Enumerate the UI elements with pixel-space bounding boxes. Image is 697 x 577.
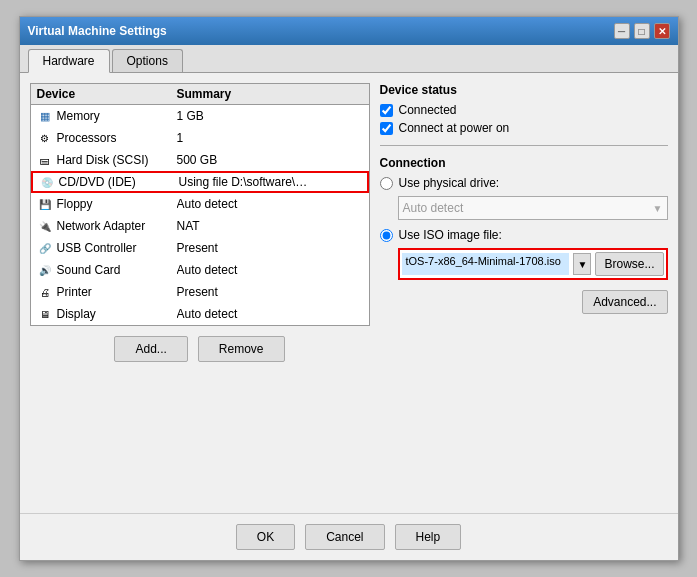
add-remove-bar: Add... Remove (30, 336, 370, 362)
auto-detect-value: Auto detect (403, 201, 464, 215)
physical-drive-row: Use physical drive: (380, 176, 668, 190)
table-header: Device Summary (31, 84, 369, 105)
device-summary: 1 (177, 131, 363, 145)
cd-icon: 💿 (39, 175, 55, 189)
divider-1 (380, 145, 668, 146)
device-name: Processors (57, 131, 177, 145)
table-row[interactable]: 🖥 Display Auto detect (31, 303, 369, 325)
iso-label: Use ISO image file: (399, 228, 502, 242)
connect-power-checkbox[interactable] (380, 122, 393, 135)
physical-drive-label: Use physical drive: (399, 176, 500, 190)
device-summary: Auto detect (177, 307, 363, 321)
memory-icon: ▦ (37, 109, 53, 123)
device-name: Sound Card (57, 263, 177, 277)
iso-dropdown-button[interactable]: ▼ (573, 253, 591, 275)
device-summary: 1 GB (177, 109, 363, 123)
table-row[interactable]: ⚙ Processors 1 (31, 127, 369, 149)
bottom-bar: OK Cancel Help (20, 513, 678, 560)
device-summary: Auto detect (177, 263, 363, 277)
connect-power-row: Connect at power on (380, 121, 668, 135)
network-icon: 🔌 (37, 219, 53, 233)
maximize-button[interactable]: □ (634, 23, 650, 39)
table-row[interactable]: ▦ Memory 1 GB (31, 105, 369, 127)
physical-drive-radio[interactable] (380, 177, 393, 190)
col-device-header: Device (37, 87, 177, 101)
cancel-button[interactable]: Cancel (305, 524, 384, 550)
connected-row: Connected (380, 103, 668, 117)
device-summary: Present (177, 285, 363, 299)
main-window: Virtual Machine Settings ─ □ ✕ Hardware … (19, 16, 679, 561)
connected-label: Connected (399, 103, 457, 117)
device-summary: Using file D:\software\CentOS-7-... (179, 175, 309, 189)
auto-detect-select[interactable]: Auto detect ▼ (398, 196, 668, 220)
device-name: Hard Disk (SCSI) (57, 153, 177, 167)
table-row[interactable]: 🖴 Hard Disk (SCSI) 500 GB (31, 149, 369, 171)
table-row[interactable]: 🔊 Sound Card Auto detect (31, 259, 369, 281)
device-name: CD/DVD (IDE) (59, 175, 179, 189)
dropdown-arrow-icon: ▼ (653, 203, 663, 214)
floppy-icon: 💾 (37, 197, 53, 211)
tab-hardware[interactable]: Hardware (28, 49, 110, 73)
device-table: Device Summary ▦ Memory 1 GB ⚙ Processor… (30, 83, 370, 326)
table-row[interactable]: 🖨 Printer Present (31, 281, 369, 303)
iso-input-row: tOS-7-x86_64-Minimal-1708.iso ▼ Browse..… (398, 248, 668, 280)
device-name: Display (57, 307, 177, 321)
connect-power-label: Connect at power on (399, 121, 510, 135)
iso-radio[interactable] (380, 229, 393, 242)
right-panel: Device status Connected Connect at power… (380, 83, 668, 503)
table-row-cd-dvd[interactable]: 💿 CD/DVD (IDE) Using file D:\software\Ce… (31, 171, 369, 193)
minimize-button[interactable]: ─ (614, 23, 630, 39)
tab-bar: Hardware Options (20, 45, 678, 73)
device-summary: Present (177, 241, 363, 255)
main-content: Device Summary ▦ Memory 1 GB ⚙ Processor… (20, 73, 678, 513)
device-status-label: Device status (380, 83, 668, 97)
ok-button[interactable]: OK (236, 524, 295, 550)
printer-icon: 🖨 (37, 285, 53, 299)
iso-radio-row: Use ISO image file: (380, 228, 668, 242)
advanced-button[interactable]: Advanced... (582, 290, 667, 314)
display-icon: 🖥 (37, 307, 53, 321)
device-name: Printer (57, 285, 177, 299)
connection-label: Connection (380, 156, 668, 170)
device-name: Network Adapter (57, 219, 177, 233)
title-bar: Virtual Machine Settings ─ □ ✕ (20, 17, 678, 45)
close-button[interactable]: ✕ (654, 23, 670, 39)
sound-icon: 🔊 (37, 263, 53, 277)
cpu-icon: ⚙ (37, 131, 53, 145)
iso-file-container: tOS-7-x86_64-Minimal-1708.iso ▼ Browse..… (398, 248, 668, 280)
help-button[interactable]: Help (395, 524, 462, 550)
tab-options[interactable]: Options (112, 49, 183, 72)
col-summary-header: Summary (177, 87, 363, 101)
device-name: Floppy (57, 197, 177, 211)
remove-button[interactable]: Remove (198, 336, 285, 362)
table-row[interactable]: 🔌 Network Adapter NAT (31, 215, 369, 237)
hdd-icon: 🖴 (37, 153, 53, 167)
browse-button[interactable]: Browse... (595, 252, 663, 276)
title-bar-buttons: ─ □ ✕ (614, 23, 670, 39)
device-name: Memory (57, 109, 177, 123)
table-row[interactable]: 💾 Floppy Auto detect (31, 193, 369, 215)
window-title: Virtual Machine Settings (28, 24, 167, 38)
usb-icon: 🔗 (37, 241, 53, 255)
left-panel: Device Summary ▦ Memory 1 GB ⚙ Processor… (30, 83, 370, 503)
device-summary: Auto detect (177, 197, 363, 211)
iso-file-input[interactable]: tOS-7-x86_64-Minimal-1708.iso (402, 253, 570, 275)
device-summary: NAT (177, 219, 363, 233)
add-button[interactable]: Add... (114, 336, 187, 362)
connected-checkbox[interactable] (380, 104, 393, 117)
device-summary: 500 GB (177, 153, 363, 167)
device-name: USB Controller (57, 241, 177, 255)
table-row[interactable]: 🔗 USB Controller Present (31, 237, 369, 259)
